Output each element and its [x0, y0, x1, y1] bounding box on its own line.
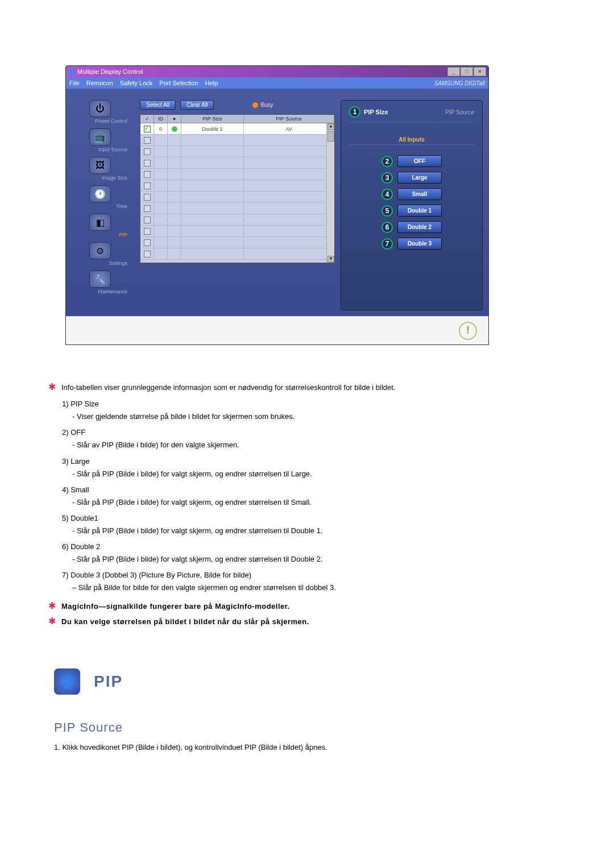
time-icon: 🕐 — [89, 185, 111, 202]
pip-source-step: 1. Klikk hovedikonet PIP (Bilde i bildet… — [54, 743, 577, 751]
scroll-down-icon[interactable]: ▼ — [327, 256, 334, 263]
menu-safety[interactable]: Safety Lock — [120, 80, 152, 86]
warning-icon: ! — [459, 322, 477, 340]
status-bar: ! — [66, 316, 488, 344]
title-bar: Multiple Display Control _ □ ✕ — [66, 66, 488, 77]
sidebar-item-pip[interactable]: ◧ PIP — [70, 214, 130, 238]
menu-bar: File Remocon Safety Lock Port Selection … — [66, 77, 488, 89]
grid-header: ✓ ID ● PIP Size PIP Source — [140, 115, 334, 123]
callout-2: 2 — [381, 156, 393, 167]
col-pip-source[interactable]: PIP Source — [244, 115, 334, 123]
sidebar-item-image[interactable]: 🖼 Image Size — [70, 157, 130, 181]
image-icon: 🖼 — [89, 157, 111, 174]
maximize-button[interactable]: □ — [460, 67, 473, 76]
rp-section-head: All Inputs — [349, 136, 474, 145]
table-row — [140, 237, 334, 248]
pip-source-heading: PIP Source — [54, 720, 577, 735]
small-button[interactable]: Small — [397, 188, 442, 200]
status-dot-icon — [172, 126, 177, 132]
callout-7: 7 — [381, 238, 393, 250]
checkbox-empty[interactable] — [144, 228, 151, 235]
callout-1: 1 — [349, 106, 360, 118]
callout-5: 5 — [381, 205, 393, 217]
table-row — [140, 203, 334, 214]
note-line: ✱ MagicInfo—signalkilde fungerer bare på… — [48, 598, 577, 613]
double3-button[interactable]: Double 3 — [397, 238, 442, 250]
checkbox-empty[interactable] — [144, 194, 151, 201]
col-check[interactable]: ✓ — [140, 115, 154, 123]
rp-buttons: 2OFF 3Large 4Small 5Double 1 6Double 2 7… — [349, 155, 474, 250]
pip-icon: ◧ — [89, 214, 111, 231]
checkbox-empty[interactable] — [144, 239, 151, 246]
col-status[interactable]: ● — [168, 115, 181, 123]
sidebar: ⏻ Power Control 📺 Input Source 🖼 Image S… — [66, 89, 134, 316]
desc-item: 4) Small- Slår på PIP (Bilde i bilde) fo… — [62, 484, 577, 509]
large-button[interactable]: Large — [397, 172, 442, 184]
checkbox-empty[interactable] — [144, 148, 151, 155]
table-row — [140, 226, 334, 237]
close-button[interactable]: ✕ — [474, 67, 486, 76]
checkbox-empty[interactable] — [144, 251, 151, 258]
sidebar-item-maintenance[interactable]: 🔧 Maintenance — [70, 271, 130, 294]
star-icon: ✱ — [48, 613, 56, 629]
scroll-thumb[interactable] — [327, 131, 334, 142]
left-panel: Select All Clear All Busy ✓ ID ● PIP Siz… — [140, 100, 335, 310]
grid-body: 0 Double 1 AV — [140, 123, 334, 263]
sidebar-item-input[interactable]: 📺 Input Source — [70, 128, 130, 152]
right-panel: 1 PIP Size PIP Source All Inputs 2OFF 3L… — [341, 100, 483, 310]
scrollbar-vertical[interactable]: ▲ ▼ — [326, 123, 334, 263]
col-id[interactable]: ID — [154, 115, 168, 123]
toolbar: Select All Clear All Busy — [140, 100, 335, 110]
sidebar-item-settings[interactable]: ⚙ Settings — [70, 242, 130, 266]
desc-item: 2) OFF- Slår av PIP (Bilde i bilde) for … — [62, 426, 577, 451]
description: ✱ Info-tabellen viser grunnleggende info… — [48, 379, 577, 629]
app-icon — [68, 68, 75, 75]
table-row[interactable]: 0 Double 1 AV — [140, 123, 334, 135]
menu-port[interactable]: Port Selection — [159, 80, 198, 86]
clear-all-button[interactable]: Clear All — [180, 100, 214, 110]
select-all-button[interactable]: Select All — [140, 100, 176, 110]
checkbox-empty[interactable] — [144, 171, 151, 178]
checkbox-empty[interactable] — [144, 205, 151, 212]
table-row — [140, 135, 334, 146]
input-icon: 📺 — [89, 128, 111, 146]
sidebar-item-power[interactable]: ⏻ Power Control — [70, 100, 130, 124]
callout-4: 4 — [381, 189, 393, 200]
checkbox-empty[interactable] — [144, 182, 151, 189]
pip-section-icon: 🌀 — [54, 668, 80, 695]
table-row — [140, 157, 334, 169]
rp-title-row: 1 PIP Size — [349, 106, 388, 118]
sidebar-item-time[interactable]: 🕐 Time — [70, 185, 130, 209]
desc-item: 6) Double 2- Slår på PIP (Bilde i bilde)… — [62, 541, 577, 566]
star-icon: ✱ — [48, 598, 56, 613]
rp-header: 1 PIP Size PIP Source — [349, 106, 474, 123]
table-row — [140, 248, 334, 260]
double2-button[interactable]: Double 2 — [397, 221, 442, 233]
scroll-up-icon[interactable]: ▲ — [327, 123, 334, 130]
minimize-button[interactable]: _ — [447, 67, 460, 76]
menu-file[interactable]: File — [69, 80, 80, 86]
table-row — [140, 214, 334, 226]
intro-line: ✱ Info-tabellen viser grunnleggende info… — [48, 379, 577, 394]
display-grid: ✓ ID ● PIP Size PIP Source 0 Double 1 AV — [140, 114, 335, 263]
menu-remocon[interactable]: Remocon — [86, 80, 113, 86]
checkbox-empty[interactable] — [144, 160, 151, 167]
pip-heading: 🌀 PIP — [54, 668, 577, 695]
checkbox-empty[interactable] — [144, 217, 151, 223]
table-row — [140, 146, 334, 157]
callout-6: 6 — [381, 222, 393, 233]
desc-item: 5) Double1- Slår på PIP (Bilde i bilde) … — [62, 512, 577, 537]
double1-button[interactable]: Double 1 — [397, 205, 442, 217]
desc-item: 3) Large- Slår på PIP (Bilde i bilde) fo… — [62, 455, 577, 480]
main-area: ⏻ Power Control 📺 Input Source 🖼 Image S… — [66, 89, 488, 316]
off-button[interactable]: OFF — [397, 155, 442, 167]
checkbox-empty[interactable] — [144, 137, 151, 144]
menu-help[interactable]: Help — [205, 80, 218, 86]
content-area: Select All Clear All Busy ✓ ID ● PIP Siz… — [134, 89, 488, 316]
col-pip-size[interactable]: PIP Size — [181, 115, 244, 123]
window-title: Multiple Display Control — [77, 68, 143, 75]
settings-icon: ⚙ — [89, 242, 111, 259]
checkbox-checked[interactable] — [144, 126, 151, 132]
desc-item: 7) Double 3 (Dobbel 3) (Picture By Pictu… — [62, 569, 577, 594]
table-row — [140, 180, 334, 192]
